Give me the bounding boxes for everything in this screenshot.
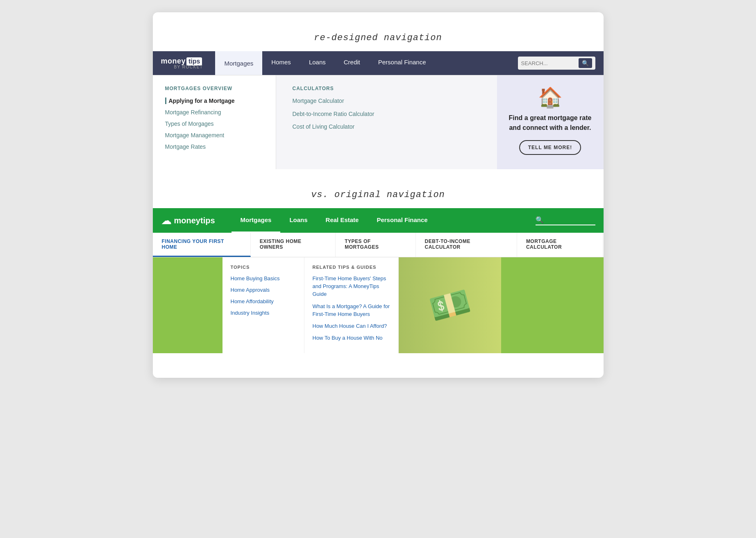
list-item[interactable]: Industry Insights: [231, 309, 296, 316]
redesigned-section: money tips by ROCKET Mortgages Homes Loa…: [153, 51, 604, 169]
orig-nav-link-mortgages[interactable]: Mortgages: [232, 208, 281, 233]
orig-nav-item-personalfinance[interactable]: Personal Finance: [368, 208, 436, 233]
topics-list: Home Buying Basics Home Approvals Home A…: [231, 275, 296, 316]
related-list: First-Time Home Buyers' Steps and Progra…: [313, 275, 390, 342]
nav-link-credit[interactable]: Credit: [335, 51, 369, 73]
nav-item-credit[interactable]: Credit: [335, 51, 369, 75]
list-item[interactable]: Mortgage Refinancing: [165, 109, 263, 116]
link-refinancing[interactable]: Mortgage Refinancing: [165, 109, 221, 116]
list-item[interactable]: First-Time Home Buyers' Steps and Progra…: [313, 275, 390, 298]
related-tips-title: RELATED TIPS & GUIDES: [313, 265, 390, 270]
list-item[interactable]: Mortgage Rates: [165, 143, 263, 150]
vs-label: vs. original navigation: [153, 190, 604, 200]
original-dropdown-panel: TOPICS Home Buying Basics Home Approvals…: [153, 257, 604, 353]
list-item[interactable]: Home Buying Basics: [231, 275, 296, 282]
calculators-title: CALCULATORS: [293, 86, 481, 91]
original-search-input[interactable]: [546, 216, 595, 223]
calculators-list: Mortgage Calculator Debt-to-Income Ratio…: [293, 97, 481, 131]
link-first-time-buyers[interactable]: First-Time Home Buyers' Steps and Progra…: [313, 275, 386, 297]
redesigned-search-button[interactable]: 🔍: [579, 58, 592, 68]
page-wrapper: re-designed navigation money tips by ROC…: [153, 12, 604, 378]
list-item[interactable]: Home Affordability: [231, 297, 296, 305]
orig-nav-item-realestate[interactable]: Real Estate: [317, 208, 368, 233]
money-roll-image: 💵: [425, 281, 474, 329]
link-what-is-mortgage[interactable]: What Is a Mortgage? A Guide for First-Ti…: [313, 303, 390, 317]
original-section: ☁ moneytips Mortgages Loans Real Estate …: [153, 208, 604, 353]
tab-dti-calculator[interactable]: DEBT-TO-INCOME CALCULATOR: [416, 233, 517, 257]
promo-button[interactable]: TELL ME MORE!: [519, 140, 581, 155]
redesigned-dropdown-panel: MORTGAGES OVERVIEW Applying for a Mortga…: [153, 75, 604, 169]
list-item[interactable]: Cost of Living Calculator: [293, 123, 481, 131]
tab-mortgage-calculator[interactable]: MORTGAGE CALCULATOR: [517, 233, 604, 257]
link-types[interactable]: Types of Morgages: [165, 120, 214, 127]
link-buy-house-no[interactable]: How To Buy a House With No: [313, 335, 383, 341]
link-home-affordability[interactable]: Home Affordability: [231, 298, 274, 304]
list-item[interactable]: Applying for a Mortgage: [165, 97, 263, 104]
link-home-buying-basics[interactable]: Home Buying Basics: [231, 275, 280, 281]
link-col-calc[interactable]: Cost of Living Calculator: [293, 123, 355, 130]
link-home-approvals[interactable]: Home Approvals: [231, 287, 270, 293]
mortgages-overview-list: Applying for a Mortgage Mortgage Refinan…: [165, 97, 263, 150]
list-item[interactable]: What Is a Mortgage? A Guide for First-Ti…: [313, 302, 390, 318]
list-item[interactable]: Home Approvals: [231, 286, 296, 293]
logo-tips: tips: [186, 57, 202, 66]
nav-item-homes[interactable]: Homes: [262, 51, 300, 75]
list-item[interactable]: Types of Morgages: [165, 120, 263, 127]
original-search-box[interactable]: 🔍: [536, 216, 595, 225]
tab-types-mortgages[interactable]: TYPES OF MORTGAGES: [336, 233, 415, 257]
link-how-much-house[interactable]: How Much House Can I Afford?: [313, 323, 387, 329]
link-dti-calc[interactable]: Debt-to-Income Ratio Calculator: [293, 111, 375, 117]
original-related-col: RELATED TIPS & GUIDES First-Time Home Bu…: [304, 257, 399, 353]
link-industry-insights[interactable]: Industry Insights: [231, 310, 270, 316]
dropdown-left-col: MORTGAGES OVERVIEW Applying for a Mortga…: [153, 75, 276, 169]
original-logo-money: money: [174, 216, 200, 225]
nav-link-homes[interactable]: Homes: [262, 51, 300, 73]
redesigned-logo: money tips by ROCKET: [161, 57, 203, 69]
link-rates[interactable]: Mortgage Rates: [165, 143, 206, 150]
list-item[interactable]: How Much House Can I Afford?: [313, 322, 390, 330]
mortgages-overview-title: MORTGAGES OVERVIEW: [165, 86, 263, 91]
logo-by-rocket: by ROCKET: [161, 65, 203, 69]
nav-item-mortgages[interactable]: Mortgages: [215, 51, 262, 75]
original-sidebar: [153, 257, 222, 353]
dropdown-promo-col: 🏠 Find a great mortgage rate and connect…: [497, 75, 604, 169]
link-mortgage-calc[interactable]: Mortgage Calculator: [293, 98, 344, 104]
link-management[interactable]: Mortgage Management: [165, 132, 225, 138]
orig-nav-link-realestate[interactable]: Real Estate: [317, 208, 368, 232]
link-applying[interactable]: Applying for a Mortgage: [165, 98, 235, 104]
topics-title: TOPICS: [231, 265, 296, 270]
list-item[interactable]: Debt-to-Income Ratio Calculator: [293, 110, 481, 118]
redesigned-navbar: money tips by ROCKET Mortgages Homes Loa…: [153, 51, 604, 75]
original-image-col: 💵: [399, 257, 501, 353]
search-icon: 🔍: [536, 216, 544, 224]
tab-financing-first-home[interactable]: FINANCING YOUR FIRST HOME: [153, 233, 251, 257]
nav-item-loans[interactable]: Loans: [300, 51, 335, 75]
nav-item-personal-finance[interactable]: Personal Finance: [369, 51, 435, 75]
list-item[interactable]: Mortgage Management: [165, 132, 263, 139]
logo-stack: money tips by ROCKET: [161, 57, 203, 69]
orig-nav-link-loans[interactable]: Loans: [280, 208, 316, 232]
original-topics-col: TOPICS Home Buying Basics Home Approvals…: [222, 257, 304, 353]
original-nav-links: Mortgages Loans Real Estate Personal Fin…: [232, 208, 536, 233]
nav-link-loans[interactable]: Loans: [300, 51, 335, 73]
original-right-col: [501, 257, 604, 353]
nav-link-personal-finance[interactable]: Personal Finance: [369, 51, 435, 73]
orig-nav-link-personalfinance[interactable]: Personal Finance: [368, 208, 436, 232]
cloud-icon: ☁: [161, 214, 172, 227]
original-navbar: ☁ moneytips Mortgages Loans Real Estate …: [153, 208, 604, 233]
redesigned-search-box[interactable]: 🔍: [518, 57, 595, 70]
logo-row: money tips: [161, 57, 203, 66]
logo-money: money: [161, 57, 186, 66]
promo-text: Find a great mortgage rate and connect w…: [507, 113, 593, 133]
list-item[interactable]: Mortgage Calculator: [293, 97, 481, 105]
orig-nav-item-loans[interactable]: Loans: [280, 208, 316, 233]
redesigned-nav-links: Mortgages Homes Loans Credit Personal Fi…: [215, 51, 518, 75]
redesigned-label: re-designed navigation: [153, 33, 604, 43]
nav-link-mortgages[interactable]: Mortgages: [215, 51, 262, 75]
orig-nav-item-mortgages[interactable]: Mortgages: [232, 208, 281, 233]
tab-existing-homeowners[interactable]: EXISTING HOME OWNERS: [251, 233, 336, 257]
list-item[interactable]: How To Buy a House With No: [313, 334, 390, 342]
redesigned-search-input[interactable]: [521, 60, 579, 66]
dropdown-center-col: CALCULATORS Mortgage Calculator Debt-to-…: [276, 75, 497, 169]
original-logo-tips: tips: [200, 216, 215, 225]
